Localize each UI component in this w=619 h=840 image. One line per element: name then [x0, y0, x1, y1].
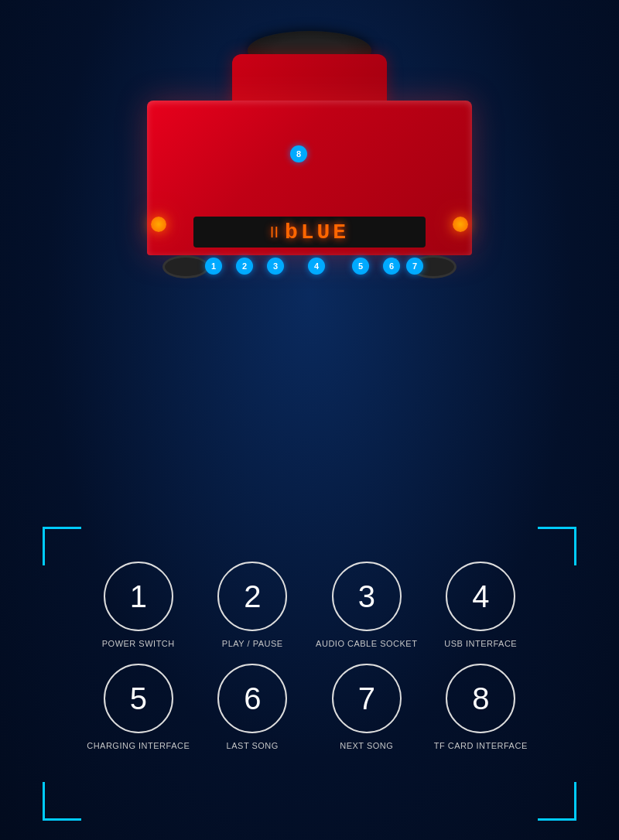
feature-circle-7: 7	[332, 664, 402, 733]
feature-item-3: 3 AUDIO CABLE SOCKET	[313, 562, 420, 648]
feature-circle-4: 4	[446, 562, 515, 631]
pause-icon: II	[270, 224, 279, 241]
callout-dot-3: 3	[267, 258, 284, 275]
wheel-left	[162, 255, 209, 278]
feature-circle-1: 1	[104, 562, 173, 631]
feature-circle-3: 3	[332, 562, 402, 631]
feature-item-4: 4 USB INTERFACE	[428, 562, 535, 648]
feature-circle-5: 5	[104, 664, 173, 733]
corner-bracket-bl	[43, 782, 81, 821]
feature-label-8: TF CARD INTERFACE	[434, 741, 528, 750]
callout-dot-1: 1	[205, 258, 222, 275]
feature-item-8: 8 TF CARD INTERFACE	[428, 664, 535, 750]
display-text: bLUE	[285, 220, 349, 244]
callout-dot-8: 8	[290, 145, 307, 162]
feature-item-6: 6 LAST SONG	[200, 664, 306, 750]
features-grid: 1 POWER SWITCH 2 PLAY / PAUSE 3 AUDIO CA…	[70, 546, 549, 766]
feature-label-3: AUDIO CABLE SOCKET	[316, 639, 417, 648]
feature-item-5: 5 CHARGING INTERFACE	[85, 664, 192, 750]
feature-label-7: NEXT SONG	[340, 741, 393, 750]
feature-label-6: LAST SONG	[227, 741, 279, 750]
callout-dot-4: 4	[308, 258, 325, 275]
callout-dot-6: 6	[383, 258, 400, 275]
tail-light-right	[453, 217, 468, 232]
feature-item-2: 2 PLAY / PAUSE	[200, 562, 306, 648]
feature-label-5: CHARGING INTERFACE	[87, 741, 190, 750]
callout-dot-2: 2	[236, 258, 253, 275]
feature-circle-2: 2	[217, 562, 287, 631]
callout-dot-7: 7	[406, 258, 423, 275]
feature-label-1: POWER SWITCH	[102, 639, 175, 648]
callout-dot-5: 5	[352, 258, 369, 275]
feature-label-4: USB INTERFACE	[444, 639, 517, 648]
corner-bracket-br	[538, 782, 576, 821]
tail-light-left	[151, 217, 166, 232]
front-panel: II bLUE	[193, 217, 426, 248]
truck-container: II bLUE 1 2 3 4 5 6 7 8	[116, 23, 503, 317]
product-image-area: II bLUE 1 2 3 4 5 6 7 8	[46, 8, 573, 333]
feature-circle-8: 8	[446, 664, 515, 733]
feature-label-2: PLAY / PAUSE	[222, 639, 283, 648]
reference-section: 1 POWER SWITCH 2 PLAY / PAUSE 3 AUDIO CA…	[39, 523, 580, 825]
feature-item-1: 1 POWER SWITCH	[85, 562, 192, 648]
feature-circle-6: 6	[217, 664, 287, 733]
feature-item-7: 7 NEXT SONG	[313, 664, 420, 750]
